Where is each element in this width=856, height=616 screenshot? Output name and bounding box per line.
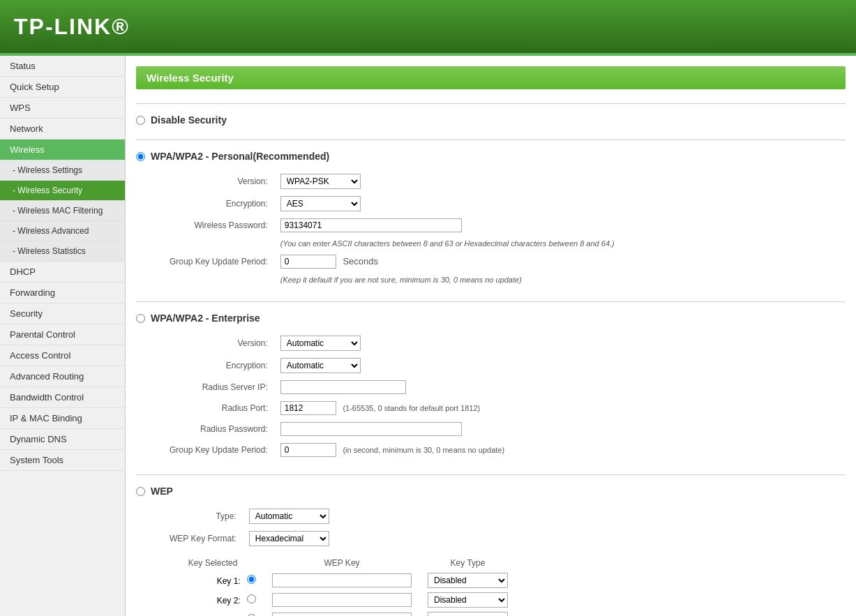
wep-radio[interactable] [136,487,145,496]
sidebar-item-wireless-advanced[interactable]: - Wireless Advanced [0,221,125,241]
wep-type-select[interactable]: Automatic Open System Shared Key [249,509,329,524]
sidebar-item-wireless-statistics[interactable]: - Wireless Statistics [0,241,125,262]
wpa-personal-password-input[interactable] [280,218,462,232]
wpa-enterprise-version-select[interactable]: Automatic WPA WPA2 [280,336,361,351]
ent-version-label: Version: [164,332,275,354]
wep-keys-table: Key Selected WEP Key Key Type Key 1: Dis… [164,555,513,616]
sidebar-item-status[interactable]: Status [0,56,125,77]
wep-key-header: WEP Key [262,555,422,571]
radius-password-input[interactable] [280,422,462,436]
radius-port-label: Radius Port: [164,398,275,419]
wep-key-row-2: Key 2: Disabled 64bit 128bit 152bit [164,590,513,610]
wpa-enterprise-encryption-select[interactable]: Automatic TKIP AES [280,358,361,373]
wep-key-1-type-select[interactable]: Disabled 64bit 128bit 152bit [428,573,508,588]
disable-security-option: Disable Security [136,114,846,126]
sidebar-item-wireless-security[interactable]: - Wireless Security [0,181,125,201]
wpa-enterprise-option: WPA/WPA2 - Enterprise Version: Automatic… [136,313,846,460]
wep-form: Type: Automatic Open System Shared Key W… [164,505,335,550]
key-label-2: Key 2: [217,596,241,606]
wpa-personal-group-key-unit: Seconds [343,256,378,266]
wpa-personal-password-hint: (You can enter ASCII characters between … [275,236,620,251]
page-title: Wireless Security [136,66,846,89]
version-label: Version: [164,170,275,193]
wep-key-row-3: Key 3: Disabled 64bit 128bit 152bit [164,610,513,616]
radius-port-input[interactable] [280,401,336,415]
disable-security-radio[interactable] [136,116,145,125]
radius-ip-input[interactable] [280,380,406,394]
wep-option: WEP Type: Automatic Open System Shared K… [136,486,846,616]
sidebar: StatusQuick SetupWPSNetworkWireless- Wir… [0,56,126,616]
sidebar-item-advanced-routing[interactable]: Advanced Routing [0,366,125,387]
sidebar-item-wireless[interactable]: Wireless [0,140,125,160]
wpa-personal-version-select[interactable]: Automatic WPA-PSK WPA2-PSK [280,174,361,189]
wpa-personal-group-key-hint: (Keep it default if you are not sure, mi… [275,272,620,287]
sidebar-item-quick-setup[interactable]: Quick Setup [0,77,125,98]
sidebar-item-bandwidth-control[interactable]: Bandwidth Control [0,387,125,408]
wpa-personal-option: WPA/WPA2 - Personal(Recommended) Version… [136,151,846,287]
wpa-enterprise-label: WPA/WPA2 - Enterprise [151,313,260,324]
wpa-personal-radio[interactable] [136,152,145,161]
wpa-enterprise-form: Version: Automatic WPA WPA2 Encryption: … [164,332,510,460]
wep-key-row-1: Key 1: Disabled 64bit 128bit 152bit [164,571,513,590]
sidebar-item-ip-mac-binding[interactable]: IP & MAC Binding [0,408,125,429]
wpa-personal-form: Version: Automatic WPA-PSK WPA2-PSK Encr… [164,170,620,287]
sidebar-item-network[interactable]: Network [0,119,125,140]
disable-security-label: Disable Security [151,114,227,126]
ent-group-key-input[interactable] [280,443,336,457]
ent-group-key-label: Group Key Update Period: [164,440,275,460]
logo: TP-LINK® [14,14,130,40]
wep-format-label: WEP Key Format: [164,527,243,550]
key-selected-header: Key Selected [164,555,262,571]
radius-port-hint: (1-65535, 0 stands for default port 1812… [343,404,480,412]
password-label: Wireless Password: [164,215,275,236]
wep-type-label: Type: [164,505,243,527]
wpa-personal-encryption-select[interactable]: Automatic TKIP AES [280,196,361,211]
sidebar-item-dynamic-dns[interactable]: Dynamic DNS [0,429,125,450]
sidebar-item-security[interactable]: Security [0,303,125,324]
wpa-personal-label: WPA/WPA2 - Personal(Recommended) [151,151,329,162]
wep-format-select[interactable]: Hexadecimal ASCII [249,531,329,546]
sidebar-item-wireless-settings[interactable]: - Wireless Settings [0,160,125,181]
sidebar-item-system-tools[interactable]: System Tools [0,450,125,471]
sidebar-item-parental-control[interactable]: Parental Control [0,324,125,345]
main-content: Wireless Security Disable Security WPA/W… [126,56,856,616]
sidebar-item-dhcp[interactable]: DHCP [0,262,125,283]
header: TP-LINK® [0,0,856,56]
wep-key-1-input[interactable] [272,573,412,587]
key-label-1: Key 1: [217,576,241,586]
group-key-label: Group Key Update Period: [164,251,275,272]
wep-key-2-radio[interactable] [247,594,256,603]
wpa-personal-group-key-input[interactable] [280,255,336,269]
wep-key-2-input[interactable] [272,593,412,607]
wep-key-3-type-select[interactable]: Disabled 64bit 128bit 152bit [428,612,508,616]
wep-label: WEP [151,486,173,497]
sidebar-item-access-control[interactable]: Access Control [0,345,125,366]
wep-key-1-radio[interactable] [247,575,256,584]
wep-key-2-type-select[interactable]: Disabled 64bit 128bit 152bit [428,592,508,608]
radius-ip-label: Radius Server IP: [164,377,275,398]
sidebar-item-wireless-mac-filtering[interactable]: - Wireless MAC Filtering [0,201,125,221]
sidebar-item-wps[interactable]: WPS [0,98,125,119]
encryption-label: Encryption: [164,193,275,215]
radius-password-label: Radius Password: [164,419,275,440]
key-type-header: Key Type [422,555,513,571]
ent-encryption-label: Encryption: [164,354,275,377]
wpa-enterprise-radio[interactable] [136,314,145,323]
ent-group-key-hint: (in second, minimum is 30, 0 means no up… [343,446,504,454]
wep-key-3-input[interactable] [272,613,412,616]
sidebar-item-forwarding[interactable]: Forwarding [0,283,125,303]
